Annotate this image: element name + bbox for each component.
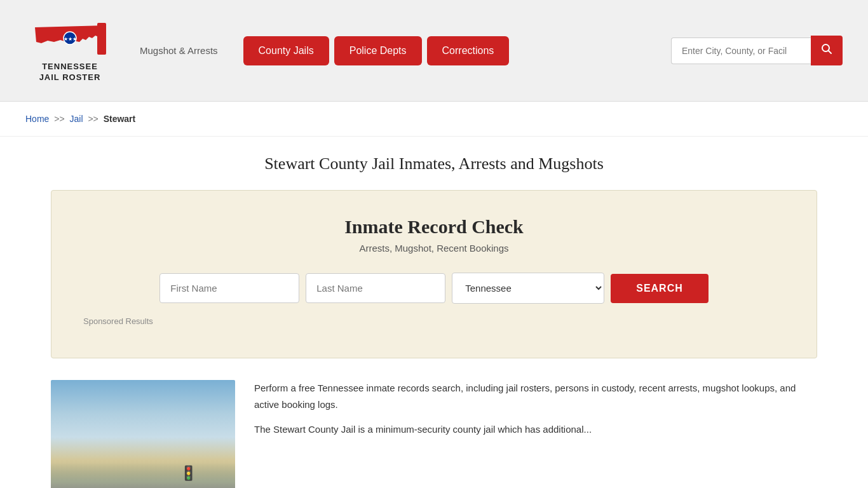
page-title-section: Stewart County Jail Inmates, Arrests and…: [0, 137, 868, 184]
logo-area: ★★★ TENNESSEE JAIL ROSTER: [25, 18, 114, 83]
bottom-content: Perform a free Tennessee inmate records …: [0, 374, 868, 488]
svg-rect-3: [97, 23, 106, 55]
header-search-input[interactable]: [671, 37, 811, 64]
description-paragraph-2: The Stewart County Jail is a minimum-sec…: [254, 421, 817, 438]
site-header: ★★★ TENNESSEE JAIL ROSTER Mugshot & Arre…: [0, 0, 868, 102]
main-nav: County Jails Police Depts Corrections: [243, 36, 510, 65]
jail-thumbnail-image: [51, 380, 235, 488]
breadcrumb-sep2: >>: [88, 114, 98, 124]
sponsored-label: Sponsored Results: [77, 316, 791, 326]
breadcrumb: Home >> Jail >> Stewart: [25, 114, 135, 124]
header-search-button[interactable]: [811, 36, 843, 65]
record-check-title: Inmate Record Check: [77, 216, 791, 238]
search-icon: [821, 43, 832, 55]
breadcrumb-current: Stewart: [104, 114, 136, 124]
description-text: Perform a free Tennessee inmate records …: [254, 380, 817, 447]
record-check-subtitle: Arrests, Mugshot, Recent Bookings: [77, 243, 791, 254]
corrections-button[interactable]: Corrections: [427, 36, 510, 65]
description-paragraph-1: Perform a free Tennessee inmate records …: [254, 380, 817, 412]
last-name-input[interactable]: [306, 273, 445, 303]
logo-text: TENNESSEE JAIL ROSTER: [39, 62, 101, 83]
first-name-input[interactable]: [159, 273, 299, 303]
page-title: Stewart County Jail Inmates, Arrests and…: [25, 154, 843, 173]
breadcrumb-jail[interactable]: Jail: [70, 114, 83, 124]
state-select[interactable]: Tennessee: [452, 273, 604, 304]
police-depts-button[interactable]: Police Depts: [334, 36, 422, 65]
breadcrumb-sep1: >>: [54, 114, 64, 124]
tennessee-flag-icon: ★★★: [29, 18, 111, 59]
record-check-box: Inmate Record Check Arrests, Mugshot, Re…: [51, 190, 817, 358]
inmate-search-form: Tennessee SEARCH: [77, 273, 791, 304]
header-search-area: [671, 36, 843, 65]
inmate-search-button[interactable]: SEARCH: [611, 274, 709, 303]
svg-text:★★★: ★★★: [64, 36, 77, 42]
mugshot-arrests-link[interactable]: Mugshot & Arrests: [140, 45, 218, 56]
county-jails-button[interactable]: County Jails: [243, 36, 329, 65]
svg-line-5: [829, 51, 832, 54]
breadcrumb-bar: Home >> Jail >> Stewart: [0, 102, 868, 137]
breadcrumb-home[interactable]: Home: [25, 114, 49, 124]
